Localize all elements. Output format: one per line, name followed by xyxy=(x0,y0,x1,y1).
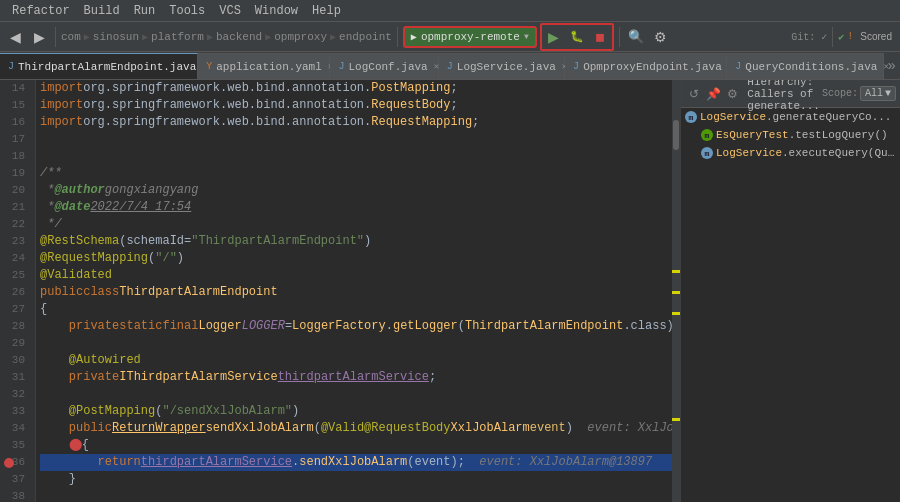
breakpoint-marker xyxy=(4,458,14,468)
code-line-14: import org.springframework.web.bind.anno… xyxy=(40,80,676,97)
ln-29: 29 xyxy=(6,335,29,352)
run-icon: ▶ xyxy=(411,31,417,43)
method-icon-3: m xyxy=(701,147,713,159)
breadcrumb-sinosun[interactable]: sinosun xyxy=(93,31,139,43)
code-line-30: @Autowired xyxy=(40,352,676,369)
menu-build[interactable]: Build xyxy=(78,2,126,20)
scope-arrow-icon: ▼ xyxy=(885,88,891,99)
scored-button[interactable]: Scored xyxy=(856,26,896,48)
tab-logconf[interactable]: J LogConf.java ✕ xyxy=(330,53,438,79)
code-line-35: ⬤{ xyxy=(40,437,676,454)
code-line-24: @RequestMapping("/") xyxy=(40,250,676,267)
git-status: Git: ✓ xyxy=(791,31,827,43)
menu-tools[interactable]: Tools xyxy=(163,2,211,20)
more-tabs-button[interactable]: » xyxy=(884,58,900,74)
menu-help[interactable]: Help xyxy=(306,2,347,20)
hierarchy-item-1-label: LogService.generateQueryCo... xyxy=(700,111,891,123)
hierarchy-item-2[interactable]: m EsQueryTest.testLogQuery() xyxy=(681,126,900,144)
toolbar-sep-3 xyxy=(619,27,620,47)
breadcrumb-backend[interactable]: backend xyxy=(216,31,262,43)
tab-opmproxy-label: OpmproxyEndpoint.java xyxy=(583,61,722,73)
hierarchy-list: m LogService.generateQueryCo... m EsQuer… xyxy=(681,108,900,502)
logservice-file-icon: J xyxy=(447,61,453,72)
hierarchy-item-1[interactable]: m LogService.generateQueryCo... xyxy=(681,108,900,126)
editor-area[interactable]: 14 15 16 17 18 19 20 21 22 23 24 25 26 2… xyxy=(0,80,680,502)
tab-logservice[interactable]: J LogService.java ✕ xyxy=(439,53,565,79)
line-numbers: 14 15 16 17 18 19 20 21 22 23 24 25 26 2… xyxy=(0,80,36,502)
panel-title: Hierarchy: Callers of generate... xyxy=(747,80,820,112)
search-everywhere-button[interactable]: 🔍 xyxy=(625,26,647,48)
tab-queryconditions[interactable]: J QueryConditions.java ✕ xyxy=(727,53,883,79)
menu-run[interactable]: Run xyxy=(128,2,162,20)
back-button[interactable]: ◀ xyxy=(4,26,26,48)
menu-window[interactable]: Window xyxy=(249,2,304,20)
gutter-mark-3 xyxy=(672,312,680,315)
query-file-icon: J xyxy=(735,61,741,72)
right-panel: ↺ 📌 ⚙ Hierarchy: Callers of generate... … xyxy=(680,80,900,502)
toolbar-nav-buttons: ◀ ▶ xyxy=(4,26,50,48)
breadcrumb-endpoint[interactable]: endpoint xyxy=(339,31,392,43)
code-line-27: { xyxy=(40,301,676,318)
code-line-33: @PostMapping("/sendXxlJobAlarm") xyxy=(40,403,676,420)
ln-18: 18 xyxy=(6,148,29,165)
tab-opmproxy[interactable]: J OpmproxyEndpoint.java ✕ xyxy=(565,53,727,79)
code-line-36: return thirdpartAlarmService.sendXxlJobA… xyxy=(40,454,676,471)
ln-27: 27 xyxy=(6,301,29,318)
menu-refactor[interactable]: Refactor xyxy=(6,2,76,20)
ln-38: 38 xyxy=(6,488,29,502)
hierarchy-item-2-label: EsQueryTest.testLogQuery() xyxy=(716,129,888,141)
ln-20: 20 xyxy=(6,182,29,199)
code-line-21: * @date 2022/7/4 17:54 xyxy=(40,199,676,216)
breadcrumb-com[interactable]: com xyxy=(61,31,81,43)
code-line-16: import org.springframework.web.bind.anno… xyxy=(40,114,676,131)
tab-application-label: application.yaml xyxy=(216,61,322,73)
tab-thirdpart[interactable]: J ThirdpartAlarmEndpoint.java ✕ xyxy=(0,53,198,79)
panel-refresh-button[interactable]: ↺ xyxy=(685,84,702,104)
panel-settings-button[interactable]: ⚙ xyxy=(724,84,741,104)
toolbar-sep-1 xyxy=(55,27,56,47)
tab-thirdpart-label: ThirdpartAlarmEndpoint.java xyxy=(18,61,196,73)
scope-dropdown[interactable]: All ▼ xyxy=(860,86,896,101)
code-line-38 xyxy=(40,488,676,502)
run-config-dropdown[interactable]: ▶ opmproxy-remote ▼ xyxy=(403,26,537,48)
scope-value: All xyxy=(865,88,883,99)
tab-logservice-label: LogService.java xyxy=(457,61,556,73)
menu-vcs[interactable]: VCS xyxy=(213,2,247,20)
tab-application[interactable]: Y application.yaml ✕ xyxy=(198,53,330,79)
code-line-37: } xyxy=(40,471,676,488)
scrollbar-thumb[interactable] xyxy=(673,120,679,150)
code-line-32 xyxy=(40,386,676,403)
tab-logconf-label: LogConf.java xyxy=(348,61,427,73)
ln-25: 25 xyxy=(6,267,29,284)
stop-button[interactable]: ◼ xyxy=(589,26,611,48)
debug-button[interactable]: 🐛 xyxy=(566,26,588,48)
panel-pin-button[interactable]: 📌 xyxy=(704,84,721,104)
ln-34: 34 xyxy=(6,420,29,437)
ln-32: 32 xyxy=(6,386,29,403)
settings-button[interactable]: ⚙ xyxy=(650,26,672,48)
hierarchy-item-3[interactable]: m LogService.executeQuery(Qu... xyxy=(681,144,900,162)
ln-21: 21 xyxy=(6,199,29,216)
code-line-31: private IThirdpartAlarmService thirdpart… xyxy=(40,369,676,386)
ln-19: 19 xyxy=(6,165,29,182)
gutter-mark-2 xyxy=(672,291,680,294)
run-button[interactable]: ▶ xyxy=(543,26,565,48)
ln-26: 26 xyxy=(6,284,29,301)
yaml-file-icon: Y xyxy=(206,61,212,72)
run-controls: ▶ 🐛 ◼ xyxy=(540,23,614,51)
code-content[interactable]: import org.springframework.web.bind.anno… xyxy=(36,80,680,502)
ln-24: 24 xyxy=(6,250,29,267)
ln-37: 37 xyxy=(6,471,29,488)
breadcrumb-platform[interactable]: platform xyxy=(151,31,204,43)
ln-23: 23 xyxy=(6,233,29,250)
code-line-20: * @author gongxiangyang xyxy=(40,182,676,199)
vcs-warning: ! xyxy=(847,31,853,42)
gutter-mark-4 xyxy=(672,418,680,421)
vertical-scrollbar[interactable] xyxy=(672,80,680,502)
code-line-22: */ xyxy=(40,216,676,233)
breadcrumb-opmproxy[interactable]: opmproxy xyxy=(274,31,327,43)
java-file-icon: J xyxy=(8,61,14,72)
hierarchy-item-3-label: LogService.executeQuery(Qu... xyxy=(716,147,900,159)
forward-button[interactable]: ▶ xyxy=(28,26,50,48)
ln-14: 14 xyxy=(6,80,29,97)
